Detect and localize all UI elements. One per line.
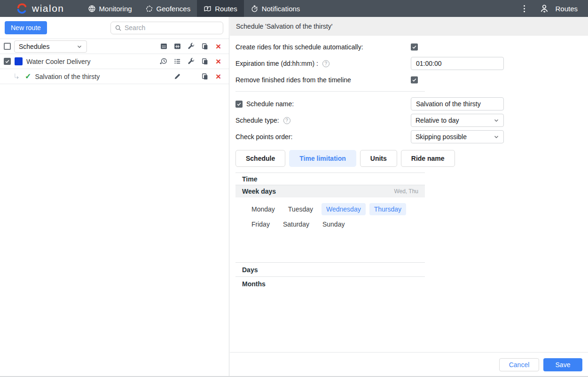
route-row-icons: × <box>157 56 225 67</box>
section-months-label: Months <box>242 280 266 288</box>
week-days-chips: Monday Tuesday Wednesday Thursday Friday… <box>235 197 425 262</box>
remove-finished-row: Remove finished rides from the timeline <box>235 73 582 86</box>
panel-footer: Cancel Save <box>230 352 588 377</box>
schedule-row-icons: × <box>157 71 225 82</box>
wialon-logo: wialon <box>0 3 81 15</box>
checkpoints-order-row: Check points order: Skipping possible <box>235 130 582 143</box>
child-branch-icon <box>13 73 20 80</box>
nav-tab-monitoring[interactable]: Monitoring <box>81 0 139 17</box>
auto-create-checkbox[interactable] <box>411 44 418 51</box>
panel-title: Schedule 'Salvation of the thirsty' <box>230 17 588 36</box>
chip-thursday[interactable]: Thursday <box>369 203 406 215</box>
chip-saturday[interactable]: Saturday <box>278 218 314 230</box>
schedule-editor-panel: Schedule 'Salvation of the thirsty' Crea… <box>230 17 588 377</box>
sidebar-toolbar: New route <box>0 17 229 39</box>
wrench-icon[interactable] <box>186 56 196 67</box>
schedule-name-row: Schedule name: <box>235 97 582 110</box>
globe-icon <box>88 5 96 13</box>
chip-sunday[interactable]: Sunday <box>318 218 349 230</box>
schedule-name-checkbox[interactable] <box>235 101 243 108</box>
tab-ride-name[interactable]: Ride name <box>401 150 455 167</box>
section-week-days[interactable]: Week days Wed, Thu <box>235 185 425 197</box>
schedule-name-input[interactable] <box>411 97 504 110</box>
expiration-input[interactable] <box>411 57 504 70</box>
form-divider <box>235 91 425 92</box>
section-week-days-label: Week days <box>242 188 276 195</box>
nav-tab-routes[interactable]: Routes <box>197 0 244 17</box>
schedule-name: Salvation of the thirsty <box>35 73 100 80</box>
tab-units[interactable]: Units <box>360 150 397 167</box>
new-route-button[interactable]: New route <box>5 21 47 34</box>
section-days[interactable]: Days <box>235 262 425 276</box>
more-options-kebab-icon[interactable] <box>521 3 528 14</box>
user-menu[interactable]: Routes <box>539 3 578 14</box>
brand-name: wialon <box>32 3 64 14</box>
chip-monday[interactable]: Monday <box>247 203 280 215</box>
user-icon <box>539 3 549 14</box>
section-time[interactable]: Time <box>235 173 425 185</box>
editor-tabs: Schedule Time limitation Units Ride name <box>235 150 582 167</box>
schedule-type-select[interactable]: Relative to day <box>411 114 504 127</box>
edit-pencil-icon[interactable] <box>172 71 183 82</box>
user-menu-label: Routes <box>555 5 578 13</box>
cancel-button[interactable]: Cancel <box>499 358 539 371</box>
schedules-header-row: Schedules × <box>0 39 229 54</box>
expiration-row: Expiration time (dd:hh:mm) : <box>235 57 582 70</box>
checkpoints-order-select[interactable]: Skipping possible <box>411 130 504 143</box>
week-days-summary: Wed, Thu <box>394 188 418 195</box>
copy-icon[interactable] <box>200 41 210 52</box>
topbar-right-group: Routes <box>521 3 588 14</box>
checkpoints-order-value: Skipping possible <box>416 133 467 141</box>
routes-sidebar: New route Schedules <box>0 17 229 377</box>
schedule-row-salvation-of-the-thirsty[interactable]: ✓ Salvation of the thirsty × <box>0 69 229 84</box>
delete-icon[interactable]: × <box>216 57 221 66</box>
geofence-polygon-icon <box>145 5 153 13</box>
nav-tab-notifications[interactable]: Notifications <box>244 0 307 17</box>
schedule-type-row: Schedule type: Relative to day <box>235 114 582 127</box>
select-all-checkbox[interactable] <box>4 43 11 50</box>
tab-schedule[interactable]: Schedule <box>235 150 285 167</box>
route-name: Water Cooler Delivery <box>26 58 90 65</box>
nav-tab-label: Routes <box>215 5 237 13</box>
group-type-select[interactable]: Schedules <box>14 40 87 53</box>
remove-finished-checkbox[interactable] <box>411 77 418 84</box>
section-months[interactable]: Months <box>235 276 425 291</box>
interval-grid-icon[interactable] <box>159 41 169 52</box>
main-nav-tabs: Monitoring Geofences Rou <box>81 0 307 17</box>
checkpoints-order-label: Check points order: <box>235 133 292 141</box>
chevron-down-icon <box>494 118 499 123</box>
wialon-logo-icon <box>16 3 28 15</box>
schedule-type-label: Schedule type: <box>235 117 279 124</box>
interval-table-icon[interactable] <box>172 41 183 52</box>
history-add-icon[interactable] <box>159 56 169 67</box>
chip-tuesday[interactable]: Tuesday <box>283 203 318 215</box>
help-icon[interactable] <box>283 117 290 124</box>
auto-create-label: Create rides for this schedule automatic… <box>235 43 363 51</box>
save-button[interactable]: Save <box>543 358 582 371</box>
nav-tab-label: Notifications <box>262 5 300 13</box>
route-row-water-cooler-delivery[interactable]: Water Cooler Delivery × <box>0 54 229 69</box>
tab-time-limitation[interactable]: Time limitation <box>289 150 356 167</box>
chip-wednesday[interactable]: Wednesday <box>321 203 366 215</box>
delete-icon[interactable]: × <box>216 72 221 81</box>
expiration-label: Expiration time (dd:hh:mm) : <box>235 60 318 67</box>
app-window: wialon Monitoring Geofences <box>0 0 588 377</box>
copy-icon[interactable] <box>200 56 210 67</box>
copy-icon[interactable] <box>200 71 210 82</box>
chip-friday[interactable]: Friday <box>247 218 274 230</box>
chevron-down-icon <box>494 134 499 140</box>
nav-tab-label: Monitoring <box>99 5 132 13</box>
delete-icon[interactable]: × <box>216 42 221 51</box>
search-box[interactable] <box>110 22 223 34</box>
section-time-label: Time <box>242 175 257 183</box>
wrench-icon[interactable] <box>186 41 196 52</box>
search-input[interactable] <box>125 24 219 31</box>
schedule-active-check-icon: ✓ <box>25 73 31 80</box>
help-icon[interactable] <box>322 60 329 67</box>
route-checkbox[interactable] <box>4 58 11 65</box>
section-days-label: Days <box>242 266 258 274</box>
schedule-form: Create rides for this schedule automatic… <box>230 36 588 352</box>
nav-tab-geofences[interactable]: Geofences <box>139 0 197 17</box>
list-icon[interactable] <box>172 56 183 67</box>
auto-create-row: Create rides for this schedule automatic… <box>235 40 582 54</box>
